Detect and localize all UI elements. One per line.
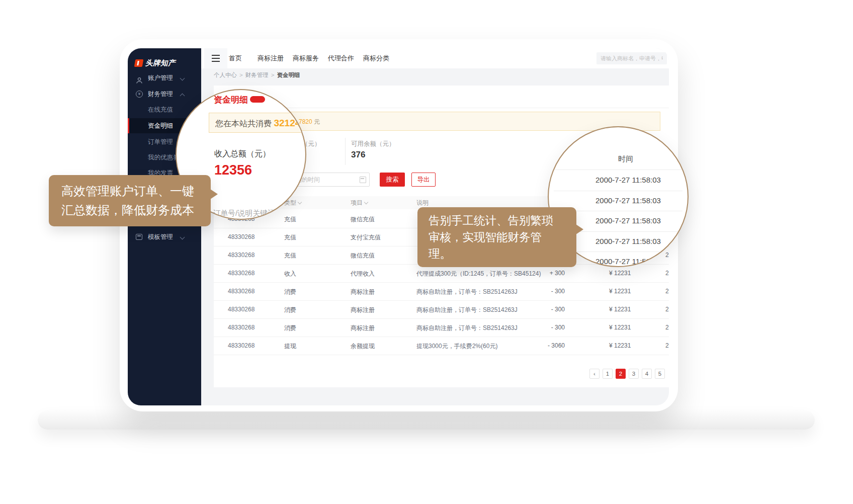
cell-time: 2000-7-27 11:58:03 — [665, 270, 669, 277]
filter-caret-icon[interactable] — [364, 200, 368, 204]
user-icon — [136, 74, 143, 81]
sidebar-item-templates[interactable]: 模板管理 — [128, 229, 201, 244]
magnified-banner: 您在本站共消费 32124 元 — [209, 113, 306, 133]
table-row: 48330268 消费 商标注册 商标自助注册，订单号：SB2514263J -… — [214, 300, 669, 319]
chevron-down-icon — [180, 76, 185, 81]
table-row: 48330268 消费 商标注册 商标自助注册，订单号：SB2514263J -… — [214, 282, 669, 301]
topbar: 首页 商标注册 商标服务 代理合作 商标分类 — [201, 48, 669, 69]
breadcrumb-item[interactable]: 财务管理 — [245, 72, 269, 78]
table-row: 48330268 消费 商标注册 商标自助注册，订单号：SB2514263J -… — [214, 318, 669, 337]
income-total-label: 收入总额（元） — [214, 149, 271, 159]
magnified-time: 2000-7-27 11:58:03 — [595, 196, 661, 205]
cell-time: 2000-7-27 11:58:03 — [665, 306, 669, 313]
pagination-page-4[interactable]: 4 — [642, 369, 652, 379]
income-total-value: 12356 — [214, 162, 252, 178]
callout-left: 高效管理账户订单、一键 汇总数据，降低财务成本 — [49, 175, 211, 226]
menu-toggle-button[interactable] — [204, 48, 227, 68]
brand-logo[interactable]: 头牌知产 — [135, 56, 176, 69]
pagination-page-1[interactable]: 1 — [603, 369, 613, 379]
cell-time: 2000-7-27 11:58:03 — [665, 251, 669, 259]
callout-right: 告别手工统计、告别繁琐 审核，实现智能财务管 理。 — [417, 207, 576, 267]
trademark-search-input[interactable] — [596, 52, 667, 64]
cell-time: 2000-7-27 11:58:03 — [665, 288, 669, 295]
sidebar-item-label: 账户管理 — [148, 70, 173, 86]
magnified-tab-fragment: 资金明细 — [214, 94, 248, 106]
cell-time: 2000-7-27 11:58:03 — [665, 342, 669, 349]
breadcrumb-current: 资金明细 — [277, 72, 300, 78]
template-icon — [136, 234, 142, 240]
header-project: 项目 — [351, 199, 368, 207]
search-button[interactable]: 搜索 — [380, 173, 405, 187]
pagination-page-3[interactable]: 3 — [629, 369, 639, 379]
laptop-base — [38, 410, 815, 430]
nav-agent-cooperation[interactable]: 代理合作 — [328, 48, 354, 68]
row-divider — [554, 191, 683, 191]
sidebar-item-label: 财务管理 — [148, 87, 173, 102]
tab-badge-fragment — [250, 96, 265, 103]
export-button[interactable]: 导出 — [411, 173, 436, 187]
pagination-page-5[interactable]: 5 — [655, 369, 665, 379]
sidebar: 头牌知产 账户管理 ¥ 财务管理 在线充值 资金明细 订单管理 — [128, 48, 201, 405]
magnified-time: 2000-7-27 11:58:03 — [595, 216, 661, 225]
breadcrumb: 个人中心>财务管理>资金明细 — [201, 68, 669, 82]
banner-amount-fragment: 7820 元 — [299, 118, 320, 126]
breadcrumb-item[interactable]: 个人中心 — [214, 72, 237, 78]
nav-trademark-service[interactable]: 商标服务 — [293, 48, 319, 68]
nav-trademark-register[interactable]: 商标注册 — [258, 48, 284, 68]
pagination-prev[interactable]: ‹ — [589, 369, 600, 379]
hamburger-icon — [212, 58, 220, 59]
sidebar-item-account[interactable]: 账户管理 — [128, 70, 201, 86]
calendar-icon[interactable] — [360, 177, 366, 183]
row-divider — [554, 170, 683, 170]
nav-trademark-category[interactable]: 商标分类 — [363, 48, 389, 68]
chevron-up-icon — [180, 94, 185, 99]
header-desc: 说明 — [416, 199, 429, 207]
filter-caret-icon[interactable] — [298, 200, 302, 204]
finance-icon: ¥ — [136, 91, 143, 98]
table-row: 48330268 提现 余额提现 提现3000元，手续费2%(60元) - 30… — [214, 337, 669, 355]
pagination-page-2-active[interactable]: 2 — [616, 369, 626, 379]
brand-logo-icon — [134, 59, 144, 67]
magnified-banner-text: 您在本站共消费 32124 元 — [215, 118, 306, 129]
hamburger-icon — [212, 61, 220, 62]
stat-divider — [345, 138, 346, 165]
magnified-time: 2000-7-27 11:58:03 — [595, 237, 661, 245]
brand-name: 头牌知产 — [145, 58, 176, 68]
nav-home[interactable]: 首页 — [229, 48, 242, 68]
cell-time: 2000-7-27 11:58:03 — [665, 324, 669, 331]
available-balance-label: 可用余额（元） — [351, 140, 395, 148]
available-balance-value: 376 — [351, 150, 365, 160]
sidebar-item-finance[interactable]: ¥ 财务管理 — [128, 87, 201, 102]
chevron-down-icon — [180, 235, 185, 240]
magnified-time: 2000-7-27 11:58:03 — [595, 176, 661, 184]
stage: 头牌知产 账户管理 ¥ 财务管理 在线充值 资金明细 订单管理 — [0, 0, 853, 504]
hamburger-icon — [212, 55, 220, 56]
time-column-header: 时间 — [618, 154, 633, 164]
